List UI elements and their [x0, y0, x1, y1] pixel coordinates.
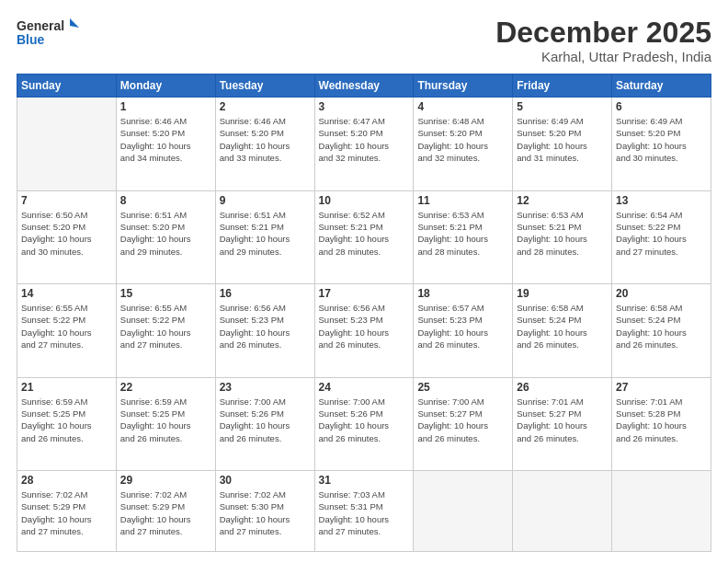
day-number: 8 [120, 194, 211, 207]
day-info: Sunrise: 6:58 AM Sunset: 5:24 PM Dayligh… [517, 302, 608, 350]
day-number: 23 [220, 381, 311, 394]
day-info: Sunrise: 6:46 AM Sunset: 5:20 PM Dayligh… [120, 115, 211, 164]
day-number: 30 [220, 474, 311, 487]
calendar-cell: 3Sunrise: 6:47 AM Sunset: 5:20 PM Daylig… [314, 98, 414, 190]
day-number: 2 [220, 100, 311, 113]
calendar-cell [17, 98, 117, 190]
day-number: 9 [220, 194, 311, 207]
calendar-cell: 8Sunrise: 6:51 AM Sunset: 5:20 PM Daylig… [116, 190, 215, 283]
calendar-cell: 11Sunrise: 6:53 AM Sunset: 5:21 PM Dayli… [414, 190, 513, 283]
calendar-week-4: 21Sunrise: 6:59 AM Sunset: 5:25 PM Dayli… [17, 377, 711, 470]
calendar-cell: 20Sunrise: 6:58 AM Sunset: 5:24 PM Dayli… [612, 284, 711, 377]
day-number: 27 [616, 381, 707, 394]
day-info: Sunrise: 6:59 AM Sunset: 5:25 PM Dayligh… [120, 396, 211, 444]
calendar-cell: 25Sunrise: 7:00 AM Sunset: 5:27 PM Dayli… [414, 377, 513, 470]
calendar-cell: 21Sunrise: 6:59 AM Sunset: 5:25 PM Dayli… [17, 377, 117, 470]
calendar-body: 1Sunrise: 6:46 AM Sunset: 5:20 PM Daylig… [17, 98, 711, 552]
calendar-cell: 27Sunrise: 7:01 AM Sunset: 5:28 PM Dayli… [612, 377, 711, 470]
day-number: 20 [616, 287, 707, 300]
logo-svg: GeneralBlue [17, 17, 90, 49]
day-info: Sunrise: 7:01 AM Sunset: 5:28 PM Dayligh… [616, 396, 707, 444]
logo: GeneralBlue [17, 17, 90, 49]
calendar-cell: 24Sunrise: 7:00 AM Sunset: 5:26 PM Dayli… [314, 377, 414, 470]
calendar-cell: 17Sunrise: 6:56 AM Sunset: 5:23 PM Dayli… [314, 284, 414, 377]
day-number: 1 [120, 100, 211, 113]
day-number: 29 [120, 474, 211, 487]
day-number: 5 [517, 100, 608, 113]
calendar-cell: 12Sunrise: 6:53 AM Sunset: 5:21 PM Dayli… [513, 190, 612, 283]
weekday-header-sunday: Sunday [17, 75, 117, 98]
day-info: Sunrise: 6:53 AM Sunset: 5:21 PM Dayligh… [517, 209, 608, 258]
calendar-cell: 6Sunrise: 6:49 AM Sunset: 5:20 PM Daylig… [612, 98, 711, 190]
day-number: 13 [616, 194, 707, 207]
day-number: 19 [517, 287, 608, 300]
day-info: Sunrise: 7:03 AM Sunset: 5:31 PM Dayligh… [319, 488, 410, 537]
day-info: Sunrise: 6:53 AM Sunset: 5:21 PM Dayligh… [417, 209, 508, 258]
day-number: 11 [417, 194, 508, 207]
calendar-cell: 29Sunrise: 7:02 AM Sunset: 5:29 PM Dayli… [116, 471, 215, 552]
calendar-cell: 19Sunrise: 6:58 AM Sunset: 5:24 PM Dayli… [513, 284, 612, 377]
calendar-cell: 7Sunrise: 6:50 AM Sunset: 5:20 PM Daylig… [17, 190, 117, 283]
month-title: December 2025 [495, 17, 711, 49]
page: GeneralBlue December 2025 Karhal, Uttar … [0, 0, 728, 563]
calendar-cell [612, 471, 711, 552]
weekday-header-monday: Monday [116, 75, 215, 98]
day-info: Sunrise: 7:02 AM Sunset: 5:29 PM Dayligh… [120, 488, 211, 537]
calendar-cell: 30Sunrise: 7:02 AM Sunset: 5:30 PM Dayli… [215, 471, 314, 552]
calendar-cell [414, 471, 513, 552]
day-info: Sunrise: 7:02 AM Sunset: 5:30 PM Dayligh… [220, 488, 311, 537]
weekday-row: SundayMondayTuesdayWednesdayThursdayFrid… [17, 75, 711, 98]
svg-text:General: General [17, 18, 64, 33]
calendar-cell: 18Sunrise: 6:57 AM Sunset: 5:23 PM Dayli… [414, 284, 513, 377]
day-info: Sunrise: 7:00 AM Sunset: 5:26 PM Dayligh… [220, 396, 311, 444]
day-number: 10 [319, 194, 410, 207]
day-info: Sunrise: 6:56 AM Sunset: 5:23 PM Dayligh… [220, 302, 311, 350]
title-area: December 2025 Karhal, Uttar Pradesh, Ind… [495, 17, 711, 64]
day-number: 4 [417, 100, 508, 113]
calendar-header: SundayMondayTuesdayWednesdayThursdayFrid… [17, 75, 711, 98]
day-number: 21 [21, 381, 112, 394]
day-info: Sunrise: 7:01 AM Sunset: 5:27 PM Dayligh… [517, 396, 608, 444]
calendar-cell: 28Sunrise: 7:02 AM Sunset: 5:29 PM Dayli… [17, 471, 117, 552]
day-info: Sunrise: 6:46 AM Sunset: 5:20 PM Dayligh… [220, 115, 311, 164]
calendar-cell: 5Sunrise: 6:49 AM Sunset: 5:20 PM Daylig… [513, 98, 612, 190]
location-subtitle: Karhal, Uttar Pradesh, India [495, 49, 711, 64]
calendar-cell: 14Sunrise: 6:55 AM Sunset: 5:22 PM Dayli… [17, 284, 117, 377]
day-number: 26 [517, 381, 608, 394]
weekday-header-saturday: Saturday [612, 75, 711, 98]
day-number: 7 [21, 194, 112, 207]
svg-text:Blue: Blue [17, 32, 45, 47]
day-number: 3 [319, 100, 410, 113]
weekday-header-friday: Friday [513, 75, 612, 98]
day-number: 6 [616, 100, 707, 113]
day-info: Sunrise: 7:00 AM Sunset: 5:27 PM Dayligh… [417, 396, 508, 444]
calendar-cell: 1Sunrise: 6:46 AM Sunset: 5:20 PM Daylig… [116, 98, 215, 190]
calendar-cell: 23Sunrise: 7:00 AM Sunset: 5:26 PM Dayli… [215, 377, 314, 470]
calendar-week-5: 28Sunrise: 7:02 AM Sunset: 5:29 PM Dayli… [17, 471, 711, 552]
calendar-cell: 4Sunrise: 6:48 AM Sunset: 5:20 PM Daylig… [414, 98, 513, 190]
day-number: 22 [120, 381, 211, 394]
day-number: 28 [21, 474, 112, 487]
calendar-cell: 22Sunrise: 6:59 AM Sunset: 5:25 PM Dayli… [116, 377, 215, 470]
day-number: 31 [319, 474, 410, 487]
weekday-header-wednesday: Wednesday [314, 75, 414, 98]
calendar-cell: 2Sunrise: 6:46 AM Sunset: 5:20 PM Daylig… [215, 98, 314, 190]
day-info: Sunrise: 6:49 AM Sunset: 5:20 PM Dayligh… [517, 115, 608, 164]
day-info: Sunrise: 6:48 AM Sunset: 5:20 PM Dayligh… [417, 115, 508, 164]
day-number: 12 [517, 194, 608, 207]
calendar-week-3: 14Sunrise: 6:55 AM Sunset: 5:22 PM Dayli… [17, 284, 711, 377]
day-info: Sunrise: 6:51 AM Sunset: 5:21 PM Dayligh… [220, 209, 311, 258]
calendar-week-2: 7Sunrise: 6:50 AM Sunset: 5:20 PM Daylig… [17, 190, 711, 283]
calendar-cell [513, 471, 612, 552]
calendar-table: SundayMondayTuesdayWednesdayThursdayFrid… [17, 74, 711, 552]
day-info: Sunrise: 6:55 AM Sunset: 5:22 PM Dayligh… [120, 302, 211, 350]
weekday-header-tuesday: Tuesday [215, 75, 314, 98]
day-number: 14 [21, 287, 112, 300]
svg-marker-2 [70, 18, 79, 28]
weekday-header-thursday: Thursday [414, 75, 513, 98]
day-info: Sunrise: 6:55 AM Sunset: 5:22 PM Dayligh… [21, 302, 112, 350]
calendar-week-1: 1Sunrise: 6:46 AM Sunset: 5:20 PM Daylig… [17, 98, 711, 190]
day-number: 16 [220, 287, 311, 300]
calendar-cell: 31Sunrise: 7:03 AM Sunset: 5:31 PM Dayli… [314, 471, 414, 552]
day-info: Sunrise: 6:59 AM Sunset: 5:25 PM Dayligh… [21, 396, 112, 444]
